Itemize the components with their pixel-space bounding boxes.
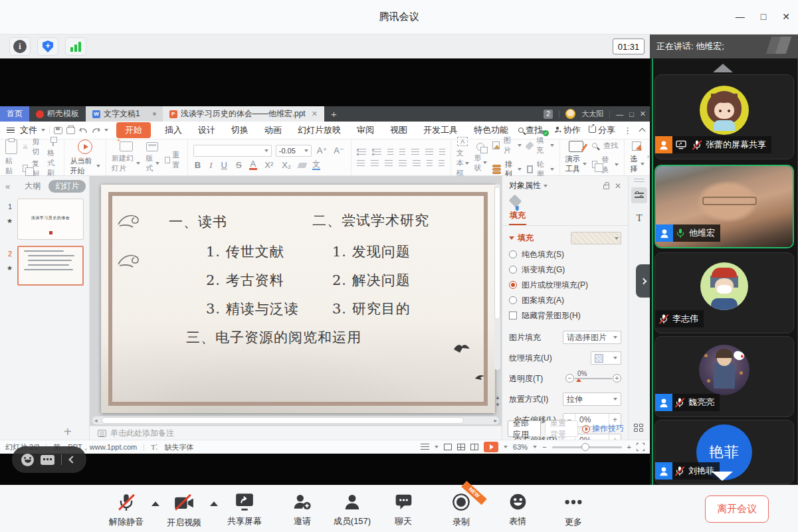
align-right-icon[interactable]: [385, 160, 393, 167]
tips-link[interactable]: 操作技巧: [582, 423, 624, 434]
decrease-font-button[interactable]: A⁻: [332, 145, 346, 155]
notes-bar[interactable]: 单击此处添加备注: [90, 426, 502, 440]
picture-button[interactable]: 图片: [492, 135, 522, 155]
text-tool-strip-button[interactable]: T: [629, 213, 650, 224]
redo-icon[interactable]: [92, 127, 100, 134]
more-button[interactable]: 更多: [542, 493, 605, 528]
fill-preview-select[interactable]: [571, 232, 621, 244]
zoom-slider[interactable]: [552, 446, 622, 448]
tab-close-icon[interactable]: ✕: [312, 110, 318, 118]
slide-sorter-icon[interactable]: [457, 444, 465, 450]
collapse-pill-icon[interactable]: [68, 456, 76, 463]
window-close-button[interactable]: ✕: [782, 9, 790, 25]
font-size-select[interactable]: -0.05: [276, 145, 312, 157]
wps-tab-doc1[interactable]: W文字文稿1: [86, 106, 163, 122]
leave-meeting-button[interactable]: 离开会议: [705, 495, 769, 523]
strikethrough-button[interactable]: S: [235, 160, 243, 170]
slides-tab[interactable]: 幻灯片: [49, 180, 86, 193]
select-button[interactable]: 选择: [630, 141, 645, 174]
scroll-up-arrow-icon[interactable]: [713, 64, 733, 72]
section-collapse-icon[interactable]: [509, 236, 514, 240]
unmute-button[interactable]: 解除静音: [94, 493, 158, 528]
numbered-list-icon[interactable]: [372, 149, 381, 155]
wps-avatar[interactable]: [565, 109, 575, 119]
share-screen-button[interactable]: 共享屏幕: [213, 493, 276, 527]
menu-tab-view[interactable]: 视图: [384, 124, 413, 136]
participant-tile-weiliangliang[interactable]: 魏亮亮: [654, 336, 794, 417]
meeting-security-button[interactable]: [37, 37, 58, 56]
layout-button[interactable]: 版式: [146, 142, 159, 173]
toolbar-caret-icon[interactable]: [104, 129, 108, 132]
horizontal-scrollbar[interactable]: ◂ ▸: [92, 416, 499, 424]
close-panel-icon[interactable]: ✕: [615, 181, 621, 191]
add-slide-button[interactable]: +: [64, 424, 72, 440]
notes-view-icon[interactable]: [421, 444, 429, 450]
participant-tile-taweihong[interactable]: 他维宏: [654, 165, 794, 248]
normal-view-icon[interactable]: [444, 444, 452, 450]
start-video-button[interactable]: 开启视频: [152, 493, 216, 529]
fullscreen-icon[interactable]: [637, 443, 645, 451]
share-button[interactable]: 分享: [589, 124, 615, 136]
menu-file[interactable]: 文件: [20, 124, 37, 136]
hide-background-checkbox[interactable]: 隐藏背景图形(H): [509, 310, 621, 321]
new-tab-button[interactable]: +: [324, 106, 344, 122]
chat-button[interactable]: 聊天: [371, 493, 435, 527]
replace-button[interactable]: 替换: [592, 155, 619, 175]
distribute-icon[interactable]: [413, 160, 421, 167]
superscript-button[interactable]: X²: [263, 160, 274, 170]
cloud-sync-icon[interactable]: ☁: [537, 125, 546, 135]
caption-keyboard-icon[interactable]: [41, 455, 54, 465]
slide-canvas[interactable]: 一、读书 1. 传世文献 2. 考古资料 3. 精读与泛读 二、尝试学术研究 1…: [101, 185, 495, 413]
more-menu-icon[interactable]: ⋮: [623, 126, 632, 135]
apply-all-button[interactable]: 全部应用: [508, 420, 541, 437]
align-left-icon[interactable]: [357, 160, 365, 167]
zoom-knob[interactable]: [581, 443, 589, 451]
presentation-tools-button[interactable]: 演示工具: [565, 141, 587, 174]
wps-account-name[interactable]: 大太阳: [581, 109, 603, 119]
menu-tab-transition[interactable]: 切换: [225, 124, 254, 136]
font-color-button[interactable]: A: [249, 160, 258, 170]
collab-button[interactable]: 协作: [554, 124, 581, 136]
clear-format-icon[interactable]: [297, 163, 307, 168]
wps-minimize-button[interactable]: —: [616, 110, 623, 118]
textbox-button[interactable]: A文本框: [456, 137, 469, 178]
picture-fill-select[interactable]: 请选择图片: [563, 331, 621, 344]
italic-button[interactable]: I: [208, 160, 213, 171]
align-middle-icon[interactable]: [439, 160, 445, 167]
slide1-thumbnail[interactable]: 浅谈学习历史的体会 · · ·: [17, 199, 84, 240]
increase-font-button[interactable]: A⁺: [316, 145, 329, 155]
vertical-scroll-thumb[interactable]: [494, 187, 500, 319]
menu-tab-devtools[interactable]: 开发工具: [417, 124, 464, 136]
paste-button[interactable]: 粘贴: [5, 139, 17, 176]
reaction-emoji-icon[interactable]: [21, 454, 34, 466]
menu-tab-features[interactable]: 特色功能: [468, 124, 514, 136]
properties-strip-button[interactable]: [631, 187, 647, 203]
transparency-slider[interactable]: 0% − +: [565, 372, 621, 385]
zoom-in-button[interactable]: +: [627, 443, 631, 451]
reset-background-button[interactable]: 重置背景: [545, 420, 578, 437]
vertical-scrollbar[interactable]: [494, 184, 500, 370]
bold-button[interactable]: B: [193, 160, 202, 170]
align-top-icon[interactable]: [427, 160, 433, 167]
increase-indent-icon[interactable]: [399, 149, 405, 155]
window-maximize-button[interactable]: □: [761, 9, 766, 25]
pin-icon[interactable]: [603, 185, 609, 189]
fill-option-solid[interactable]: 纯色填充(S): [509, 249, 621, 260]
wps-tab-docer[interactable]: 稻壳模板: [29, 106, 86, 122]
scroll-down-arrow-icon[interactable]: [712, 472, 733, 481]
panel-grip-icon[interactable]: [634, 179, 645, 182]
window-minimize-button[interactable]: —: [736, 9, 745, 25]
participant-tile-zhanglei[interactable]: 张蕾的屏幕共享: [654, 74, 794, 159]
zoom-out-button[interactable]: −: [542, 443, 546, 451]
menu-tab-slideshow[interactable]: 幻灯片放映: [292, 124, 347, 136]
collapse-panel-icon[interactable]: «: [5, 181, 10, 191]
placement-select[interactable]: 拉伸: [563, 393, 621, 406]
copy-button[interactable]: 复制: [23, 159, 42, 179]
menu-tab-review[interactable]: 审阅: [351, 124, 380, 136]
record-button[interactable]: NEW 录制: [429, 493, 493, 528]
transparency-plus-button[interactable]: +: [613, 374, 621, 383]
wps-tab-presentation[interactable]: P浅谈学习历史的体会——他维宏.ppt✕: [163, 106, 324, 122]
save-icon[interactable]: [54, 127, 62, 134]
participant-tile-lizhiwei[interactable]: 李志伟: [654, 252, 794, 333]
doc-count-badge[interactable]: 2: [544, 110, 553, 119]
